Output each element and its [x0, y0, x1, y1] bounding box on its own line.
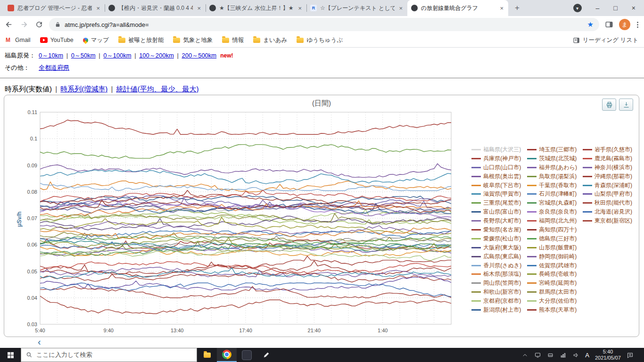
print-button[interactable] — [602, 99, 616, 111]
legend-label: 新潟県(村上市) — [483, 306, 521, 314]
browser-tab[interactable]: 忍者ブログ 管理ページ - 忍者ツ× — [4, 0, 105, 16]
legend-item: 富山県(富山市) — [471, 207, 521, 216]
bookmark-item[interactable]: 情報 — [222, 36, 244, 44]
legend-swatch-icon — [583, 149, 592, 150]
legend-item: 福井県(あわら) — [527, 163, 577, 172]
legend-label: 滋賀県(甲賀市) — [483, 190, 521, 198]
distance-filter-link[interactable]: 0～10km — [39, 52, 63, 59]
legend-swatch-icon — [583, 202, 592, 204]
windows-taskbar: ここに入力して検索 A 5:40 2021/05/07 — [0, 348, 644, 362]
legend-swatch-icon — [583, 167, 592, 168]
download-button[interactable] — [619, 99, 633, 111]
bookmark-item[interactable]: マップ — [83, 36, 109, 44]
refresh-button[interactable] — [34, 19, 44, 30]
legend-swatch-icon — [471, 158, 481, 159]
legend-swatch-icon — [471, 282, 481, 284]
browser-tab[interactable]: ★【三峡ダム 水位上昇！】★× — [206, 0, 306, 16]
legend-swatch-icon — [583, 220, 592, 222]
close-button[interactable]: × — [632, 5, 636, 11]
legend-item: 栃木県(那須塩) — [471, 270, 521, 279]
chrome-button[interactable] — [217, 348, 237, 362]
back-arrow-icon — [5, 20, 13, 29]
file-explorer-button[interactable] — [197, 348, 217, 362]
bookmark-item[interactable]: ゆうちゅうぶ — [297, 36, 343, 44]
tab-close-icon[interactable]: × — [196, 5, 202, 12]
maximize-button[interactable]: □ — [613, 5, 617, 11]
legend-label: 岡山県(笠岡市) — [483, 279, 521, 287]
legend-item: 高知県(四万十) — [527, 225, 577, 234]
bookmark-item[interactable]: 気象と地象 — [173, 36, 213, 44]
tray-network-icon[interactable] — [560, 352, 567, 359]
bookmark-star-icon[interactable]: ★ — [587, 20, 594, 29]
reading-list-icon — [573, 37, 580, 44]
scroll-left-chevron[interactable]: ‹ — [38, 338, 41, 346]
view-mode-link[interactable]: 統計値(平均、最少、最大) — [116, 85, 198, 93]
browser-tab[interactable]: 【椎内・岩見沢・蘭越 0.0 4 4× — [105, 0, 206, 16]
legend-swatch-icon — [471, 265, 481, 266]
distance-filter-link[interactable]: 200～500km — [182, 52, 216, 59]
svg-text:0.08: 0.08 — [27, 189, 37, 195]
legend-swatch-icon — [471, 202, 481, 204]
menu-kebab-icon[interactable] — [635, 22, 640, 28]
pen-app-button[interactable] — [256, 348, 276, 362]
new-badge: new! — [220, 52, 233, 59]
start-button[interactable] — [0, 348, 21, 362]
legend-label: 神奈川(横浜市) — [594, 164, 632, 172]
tray-display-icon[interactable] — [534, 352, 541, 359]
taskbar-clock[interactable]: 5:40 2021/05/07 — [595, 349, 621, 361]
bookmark-item[interactable]: YouTube — [40, 37, 74, 43]
legend-label: 東京都(新宿区) — [594, 217, 632, 225]
bookmark-item[interactable]: Gmail — [6, 37, 31, 43]
reading-list-label: リーディング リスト — [583, 36, 638, 44]
legend-item: 岩手県(久慈市) — [583, 145, 632, 154]
view-mode-link[interactable]: 時系列(増減率) — [60, 85, 107, 93]
taskbar-search-input[interactable]: ここに入力して検索 — [21, 348, 197, 362]
hidden-icons-chevron-icon[interactable] — [521, 352, 528, 359]
legend-item: 長野県(大町市) — [471, 216, 521, 225]
tray-storage-icon[interactable] — [547, 352, 554, 359]
back-button[interactable] — [4, 19, 14, 30]
profile-avatar[interactable]: ま — [619, 19, 630, 30]
chart-panel: (日間) μSv/h 0.110.10.090.080.070.060.050.… — [4, 95, 639, 337]
all-prefectures-link[interactable]: 全都道府県 — [39, 64, 69, 71]
folder-icon — [253, 38, 260, 43]
bookmark-item[interactable]: 被曝と放射能 — [118, 36, 164, 44]
browser-tab[interactable]: の放射線量統合グラフ× — [407, 0, 508, 16]
legend-item: 神奈川(横浜市) — [583, 163, 632, 172]
windows-logo-icon — [8, 352, 14, 358]
tab-title: 忍者ブログ 管理ページ - 忍者ツ — [17, 4, 92, 12]
legend-swatch-icon — [527, 220, 537, 222]
side-panel-button[interactable] — [604, 19, 614, 30]
browser-tab[interactable]: R☆【プレーンテキスト として 貼りつ× — [306, 0, 407, 16]
minimize-button[interactable]: – — [596, 5, 600, 11]
app-icon — [242, 350, 252, 360]
tab-search-icon[interactable]: ▾ — [573, 4, 582, 12]
tab-close-icon[interactable]: × — [95, 5, 101, 12]
legend-item: 愛知県(名古屋) — [471, 225, 521, 234]
legend-swatch-icon — [471, 309, 481, 311]
bookmark-item[interactable]: まいあみ — [253, 36, 287, 44]
distance-filter-link[interactable]: 0～50km — [71, 52, 96, 59]
ime-mode-indicator[interactable]: A — [585, 352, 589, 359]
legend-label: 愛媛県(松山市) — [483, 235, 521, 243]
tray-volume-icon[interactable] — [572, 352, 579, 359]
legend-label: 富山県(富山市) — [483, 208, 521, 216]
legend-swatch-icon — [527, 309, 537, 311]
distance-filter-link[interactable]: 0～100km — [103, 52, 131, 59]
tab-close-icon[interactable]: × — [398, 5, 404, 12]
tab-close-icon[interactable]: × — [297, 5, 303, 12]
distance-filter-link[interactable]: 100～200km — [139, 52, 174, 59]
legend-item: 静岡県(御前崎) — [527, 252, 577, 261]
reading-list-button[interactable]: リーディング リスト — [573, 36, 638, 44]
folder-icon — [118, 38, 125, 43]
forward-button[interactable] — [19, 19, 29, 30]
address-bar[interactable]: atmc.jp/prefs.cgi?a=all&mode= ★ — [49, 18, 599, 31]
tab-close-icon[interactable]: × — [499, 5, 504, 12]
new-tab-button[interactable]: + — [511, 2, 523, 14]
other-filter-row: その他：全都道府県 — [0, 60, 644, 72]
app-button[interactable] — [237, 348, 256, 362]
browser-window: 忍者ブログ 管理ページ - 忍者ツ×【椎内・岩見沢・蘭越 0.0 4 4×★【三… — [0, 0, 644, 362]
legend-item: 香川県(さぬき) — [471, 261, 521, 270]
legend-label: 宮崎県(延岡市) — [539, 279, 577, 287]
action-center-icon[interactable] — [627, 352, 634, 359]
